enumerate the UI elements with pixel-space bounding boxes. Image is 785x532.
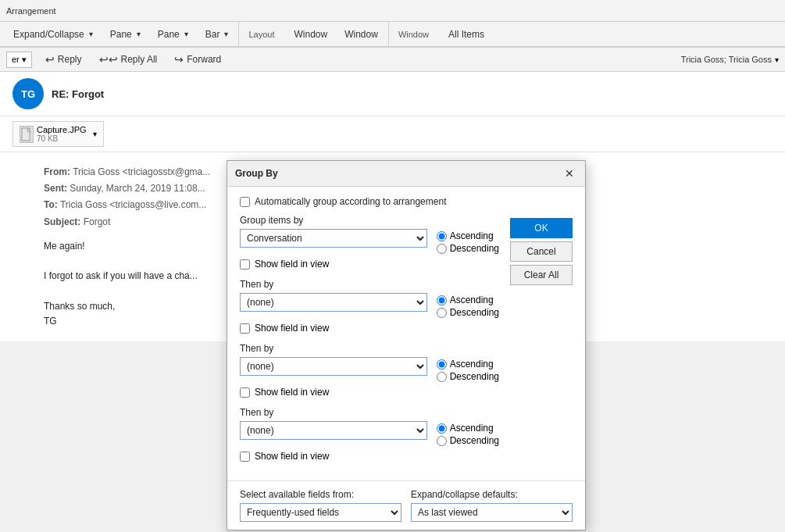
ascending-label-1[interactable]: Ascending bbox=[450, 230, 494, 241]
window-section-label: Window bbox=[398, 30, 429, 39]
filter-dropdown[interactable]: er ▾ bbox=[6, 52, 32, 68]
subject-value: Forgot bbox=[84, 216, 111, 227]
show-field-row-3: Show field in view bbox=[240, 387, 499, 398]
descending-label-2[interactable]: Descending bbox=[450, 307, 499, 318]
reply-all-button[interactable]: ↩↩ Reply All bbox=[92, 49, 165, 70]
action-toolbar: er ▾ ↩ Reply ↩↩ Reply All ↪ Forward Tric… bbox=[0, 47, 785, 72]
ascending-radio-1[interactable] bbox=[437, 231, 447, 241]
clear-all-button[interactable]: Clear All bbox=[510, 265, 573, 285]
descending-radio-row-4: Descending bbox=[437, 435, 499, 446]
attachment-name: Capture.JPG bbox=[37, 125, 87, 134]
bar-button[interactable]: Bar ▾ bbox=[198, 25, 236, 44]
pane-button-2[interactable]: Pane ▾ bbox=[151, 25, 195, 44]
attachment-size: 70 KB bbox=[37, 134, 87, 143]
chevron-down-icon: ▾ bbox=[89, 30, 93, 38]
from-label: From: bbox=[44, 166, 70, 177]
chevron-down-icon: ▾ bbox=[224, 30, 228, 38]
cancel-button[interactable]: Cancel bbox=[510, 241, 573, 262]
show-field-checkbox-3[interactable] bbox=[240, 387, 250, 398]
show-field-label-3[interactable]: Show field in view bbox=[255, 387, 329, 398]
then-by-section-2: Then by (none) From Subject Ascending bbox=[240, 343, 499, 398]
auto-group-checkbox[interactable] bbox=[240, 197, 250, 207]
email-subject: RE: Forgot bbox=[52, 88, 773, 100]
then-by-dropdown-1[interactable]: (none) From Subject bbox=[240, 293, 427, 312]
window-button-2[interactable]: Window bbox=[337, 25, 385, 44]
window-section: Window bbox=[388, 22, 438, 46]
descending-radio-2[interactable] bbox=[437, 308, 447, 318]
all-items-button[interactable]: All Items bbox=[441, 25, 491, 44]
select-fields-field: Select available fields from: Frequently… bbox=[240, 489, 401, 522]
forward-icon: ↪ bbox=[174, 53, 184, 66]
descending-radio-3[interactable] bbox=[437, 372, 447, 382]
ascending-label-4[interactable]: Ascending bbox=[450, 423, 494, 434]
descending-label-1[interactable]: Descending bbox=[450, 243, 499, 254]
ascending-radio-4[interactable] bbox=[437, 423, 447, 434]
attachment-dropdown-icon[interactable]: ▾ bbox=[93, 130, 97, 138]
dialog-body: OK Cancel Clear All Automatically group … bbox=[227, 187, 585, 480]
descending-radio-row-1: Descending bbox=[437, 243, 499, 254]
show-field-checkbox-4[interactable] bbox=[240, 452, 250, 462]
descending-label-3[interactable]: Descending bbox=[450, 371, 499, 382]
recipients-area: Tricia Goss; Tricia Goss ▾ bbox=[681, 55, 779, 64]
ascending-label-3[interactable]: Ascending bbox=[450, 359, 494, 370]
layout-label: Layout bbox=[248, 30, 274, 39]
expand-collapse-label: Expand/Collapse bbox=[13, 29, 84, 40]
descending-radio-4[interactable] bbox=[437, 436, 447, 446]
then-by-label-3: Then by bbox=[240, 407, 499, 418]
recipients-dropdown-icon[interactable]: ▾ bbox=[775, 55, 779, 64]
reply-button[interactable]: ↩ Reply bbox=[38, 49, 89, 70]
reply-icon: ↩ bbox=[45, 53, 55, 66]
email-meta: RE: Forgot bbox=[52, 88, 773, 100]
ok-button[interactable]: OK bbox=[510, 218, 573, 238]
then-by-row-1: (none) From Subject Ascending Descending bbox=[240, 293, 499, 318]
ascending-radio-2[interactable] bbox=[437, 295, 447, 305]
layout-section: Layout bbox=[238, 22, 284, 46]
ascending-radio-3[interactable] bbox=[437, 359, 447, 370]
ascending-label-2[interactable]: Ascending bbox=[450, 295, 494, 305]
descending-label-4[interactable]: Descending bbox=[450, 435, 499, 446]
group-by-radio-col: Ascending Descending bbox=[437, 229, 499, 254]
dialog-titlebar: Group By ✕ bbox=[227, 161, 585, 187]
pane-button-1[interactable]: Pane ▾ bbox=[103, 25, 148, 44]
group-by-dialog: Group By ✕ OK Cancel Clear All Automatic… bbox=[227, 160, 586, 530]
dialog-bottom: Select available fields from: Frequently… bbox=[227, 480, 585, 530]
from-value: Tricia Goss <triciagosstx@gma... bbox=[73, 166, 210, 177]
bar-label: Bar bbox=[205, 29, 220, 40]
then-by-radio-col-2: Ascending Descending bbox=[437, 357, 499, 382]
select-fields-dropdown[interactable]: Frequently-used fields All Mail fields C… bbox=[240, 503, 401, 522]
recipients-text: Tricia Goss; Tricia Goss bbox=[681, 55, 772, 64]
show-field-checkbox-1[interactable] bbox=[240, 259, 250, 270]
group-by-dropdown[interactable]: Conversation From Subject Date bbox=[240, 229, 427, 248]
group-by-dropdown-col: Conversation From Subject Date bbox=[240, 229, 427, 248]
show-field-row-2: Show field in view bbox=[240, 323, 499, 334]
chevron-down-icon: ▾ bbox=[184, 30, 188, 38]
show-field-checkbox-2[interactable] bbox=[240, 323, 250, 334]
reply-all-icon: ↩↩ bbox=[99, 53, 118, 66]
auto-group-label[interactable]: Automatically group according to arrange… bbox=[255, 196, 446, 207]
descending-radio-1[interactable] bbox=[437, 244, 447, 254]
forward-button[interactable]: ↪ Forward bbox=[167, 49, 228, 70]
subject-label: Subject: bbox=[44, 216, 80, 227]
ascending-radio-row-1: Ascending bbox=[437, 230, 499, 241]
expand-collapse-button[interactable]: Expand/Collapse ▾ bbox=[6, 25, 100, 44]
show-field-label-1[interactable]: Show field in view bbox=[255, 259, 329, 270]
auto-group-row: Automatically group according to arrange… bbox=[240, 196, 499, 207]
expand-collapse-field: Expand/collapse defaults: As last viewed… bbox=[411, 489, 573, 522]
then-by-dropdown-3[interactable]: (none) From Subject bbox=[240, 421, 427, 440]
dialog-title: Group By bbox=[235, 168, 278, 179]
window-button-1[interactable]: Window bbox=[287, 25, 335, 44]
then-by-row-2: (none) From Subject Ascending Descending bbox=[240, 357, 499, 382]
email-header: TG RE: Forgot bbox=[0, 72, 785, 116]
attachment-item[interactable]: Capture.JPG 70 KB ▾ bbox=[12, 121, 104, 147]
arrangement-bar: Arrangement bbox=[0, 0, 785, 22]
close-button[interactable]: ✕ bbox=[562, 166, 577, 181]
pane-label-2: Pane bbox=[158, 29, 180, 40]
window-label-1: Window bbox=[294, 29, 328, 40]
expand-collapse-dropdown[interactable]: As last viewed All expanded All collapse… bbox=[411, 503, 573, 522]
show-field-label-4[interactable]: Show field in view bbox=[255, 451, 329, 462]
group-items-by-label: Group items by bbox=[240, 215, 499, 226]
window-label-2: Window bbox=[344, 29, 378, 40]
then-by-dropdown-2[interactable]: (none) From Subject bbox=[240, 357, 427, 376]
reply-label: Reply bbox=[58, 54, 82, 65]
show-field-label-2[interactable]: Show field in view bbox=[255, 323, 329, 334]
